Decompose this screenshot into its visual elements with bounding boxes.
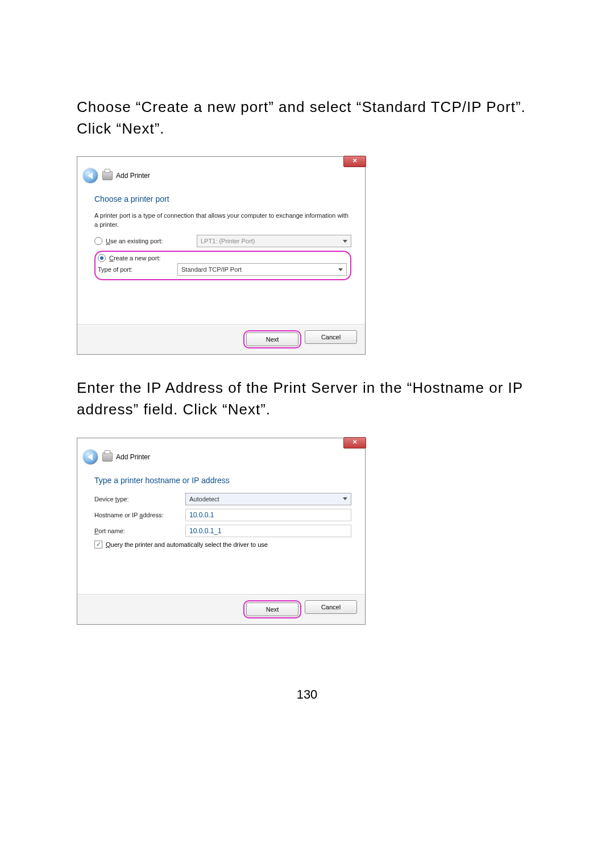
type-of-port-value: Standard TCP/IP Port [181,266,242,273]
hostname-value: 10.0.0.1 [189,511,214,519]
create-new-port-label: Create a new port: [109,255,200,261]
port-name-input[interactable]: 10.0.0.1_1 [185,525,351,537]
device-type-row: Device type: Device type: Autodetect [94,493,351,505]
create-new-port-highlight: Create a new port: Create a new port: Ty… [94,251,351,280]
hostname-row: Hostname or IP address: Hostname or IP a… [94,509,351,521]
close-button[interactable]: ✕ [343,156,366,167]
device-type-select[interactable]: Autodetect [185,493,351,505]
printer-icon [102,452,113,462]
create-new-port-radio[interactable] [98,254,106,262]
close-button[interactable]: ✕ [343,437,366,448]
dialog-title: Add Printer [116,453,150,461]
back-arrow-icon [88,172,93,179]
device-type-label: Device type: [94,496,185,502]
wizard-heading: Type a printer hostname or IP address [94,476,351,485]
type-of-port-select[interactable]: Standard TCP/IP Port [177,263,347,276]
chevron-down-icon [343,240,347,243]
dialog-titlebar: ✕ [77,157,365,164]
use-existing-port-radio[interactable] [94,237,102,245]
query-printer-label: Query the printer and automatically sele… [106,541,268,548]
dialog-title: Add Printer [116,172,150,180]
hostname-label: Hostname or IP address: [94,512,185,518]
back-arrow-icon [88,454,93,460]
next-button-highlight: Next [243,330,301,348]
use-existing-port-row: UUse an existing port:se an existing por… [94,235,351,247]
query-printer-checkbox[interactable]: ✓ [94,541,102,549]
device-type-value: Autodetect [189,496,219,502]
chevron-down-icon [343,497,347,500]
port-name-value: 10.0.0.1_1 [189,527,222,535]
back-button[interactable] [83,450,98,464]
next-button-highlight: Next [243,600,301,618]
query-printer-row: ✓ Query the printer and automatically se… [94,541,351,549]
printer-icon [102,171,113,180]
hostname-input[interactable]: 10.0.0.1 [185,509,351,521]
dialog-titlebar: ✕ [77,438,365,445]
paragraph-1: Choose “Create a new port” and select “S… [77,97,537,139]
next-button[interactable]: Next [246,333,298,346]
cancel-button[interactable]: Cancel [305,600,357,614]
cancel-button[interactable]: Cancel [305,330,357,344]
dialog-footer: Next Cancel [77,324,365,354]
wizard-heading: Choose a printer port [94,194,351,203]
dialog-footer: Next Cancel [77,594,365,624]
existing-port-value: LPT1: (Printer Port) [201,238,255,244]
page-number: 130 [77,687,537,702]
dialog-body: Choose a printer port A printer port is … [77,186,365,324]
add-printer-dialog-2: ✕ Add Printer Type a printer hostname or… [77,438,366,625]
paragraph-2: Enter the IP Address of the Print Server… [77,377,537,420]
port-name-label: Port name: [94,528,185,534]
dialog-header: Add Printer [77,445,365,468]
use-existing-port-label: UUse an existing port:se an existing por… [106,238,197,244]
next-button[interactable]: Next [246,603,298,616]
dialog-header: Add Printer [77,164,365,186]
type-of-port-label: Type of port: [98,266,177,273]
dialog-body: Type a printer hostname or IP address De… [77,468,365,594]
back-button[interactable] [83,168,98,183]
document-page: Choose “Create a new port” and select “S… [0,0,614,702]
wizard-description: A printer port is a type of connection t… [94,211,351,229]
port-name-row: Port name: Port name: 10.0.0.1_1 [94,525,351,537]
existing-port-select: LPT1: (Printer Port) [197,235,351,247]
add-printer-dialog-1: ✕ Add Printer Choose a printer port A pr… [77,156,366,355]
chevron-down-icon [338,268,343,271]
